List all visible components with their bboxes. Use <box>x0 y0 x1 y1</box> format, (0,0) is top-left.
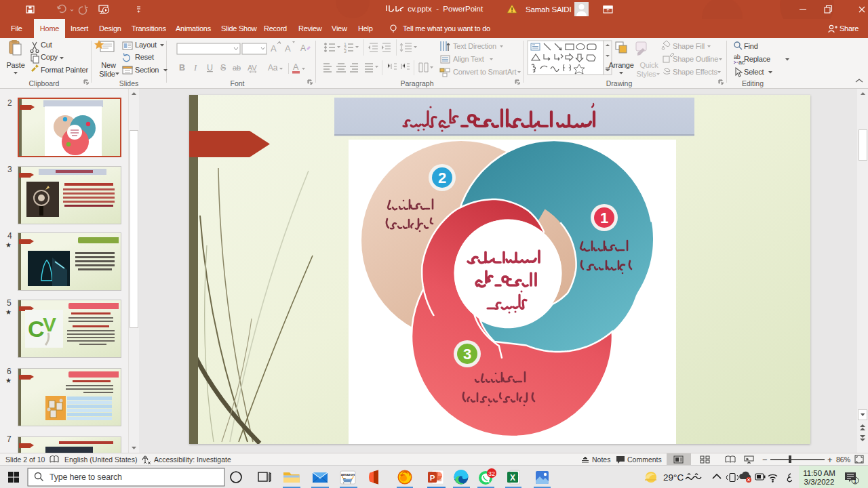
svg-text:Text Direction: Text Direction <box>453 42 496 50</box>
svg-text:3: 3 <box>344 49 347 54</box>
svg-text:Aa: Aa <box>268 63 278 73</box>
svg-text:A: A <box>300 43 306 53</box>
svg-text:Slide: Slide <box>99 70 115 78</box>
svg-text:1: 1 <box>853 478 856 485</box>
svg-text:S: S <box>220 63 226 73</box>
svg-text:2: 2 <box>438 169 446 186</box>
svg-text:Cut: Cut <box>41 41 52 49</box>
svg-text:A: A <box>271 43 277 54</box>
svg-text:B: B <box>179 63 185 73</box>
svg-text:AV: AV <box>248 64 257 72</box>
svg-text:3/3/2022: 3/3/2022 <box>804 478 835 486</box>
svg-text:Shape Effects: Shape Effects <box>673 68 717 76</box>
svg-text:Select: Select <box>744 68 764 76</box>
svg-text:Copy: Copy <box>41 53 58 61</box>
svg-text:Layout: Layout <box>135 41 157 49</box>
svg-text:Reset: Reset <box>135 53 154 61</box>
svg-text:X: X <box>510 473 515 483</box>
svg-text:ab: ab <box>233 64 241 72</box>
svg-text:New: New <box>101 61 116 69</box>
svg-text:Replace: Replace <box>744 55 770 63</box>
svg-text:Format Painter: Format Painter <box>41 66 88 74</box>
svg-text:amazon: amazon <box>341 472 355 476</box>
svg-text:Shape Outline: Shape Outline <box>673 55 718 63</box>
svg-text:U: U <box>207 63 213 73</box>
svg-text:Convert to SmartArt: Convert to SmartArt <box>453 68 517 76</box>
svg-text:Samah SAIDI: Samah SAIDI <box>526 5 571 14</box>
svg-text:1: 1 <box>600 209 608 226</box>
svg-text:32: 32 <box>488 470 495 477</box>
svg-text:Type here to search: Type here to search <box>50 472 122 482</box>
svg-text:A: A <box>285 43 291 54</box>
svg-text:P: P <box>430 474 435 482</box>
svg-text:Quick: Quick <box>639 61 658 69</box>
svg-text:Align Text: Align Text <box>453 55 484 63</box>
svg-text:I: I <box>193 63 197 73</box>
svg-text:Arrange: Arrange <box>608 61 633 69</box>
svg-text:Find: Find <box>744 42 758 50</box>
svg-text:Shape Fill: Shape Fill <box>673 42 705 50</box>
svg-text:Paste: Paste <box>6 61 24 69</box>
svg-text:V: V <box>43 313 56 336</box>
svg-text:Styles: Styles <box>637 70 656 78</box>
svg-text:11:50 AM: 11:50 AM <box>803 469 835 477</box>
svg-text:3: 3 <box>463 346 471 363</box>
svg-text:A: A <box>293 62 299 72</box>
svg-text:Section: Section <box>135 66 159 74</box>
svg-text:C: C <box>28 316 45 342</box>
svg-text:29°C: 29°C <box>663 472 684 483</box>
